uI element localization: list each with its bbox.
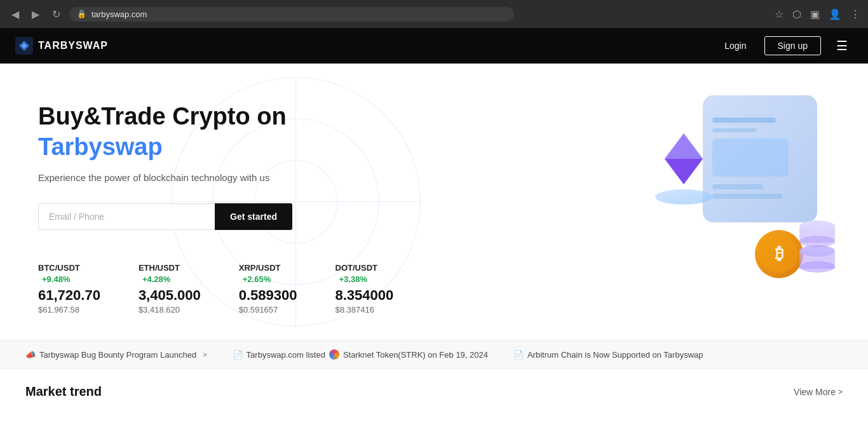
eth-usd: $3,418.620	[139, 305, 201, 314]
btc-price: 61,720.70	[38, 287, 100, 304]
browser-actions: ☆ ⬡ ▣ 👤 ⋮	[775, 8, 860, 20]
view-more-label: View More	[794, 387, 836, 397]
hero-form: Get started	[38, 203, 292, 230]
svg-point-24	[799, 220, 835, 232]
hero-section: Buy&Trade Crypto on Tarbyswap Experience…	[0, 64, 868, 340]
hero-title-accent: Tarbyswap	[38, 133, 163, 160]
svg-point-15	[655, 189, 712, 205]
svg-rect-10	[712, 184, 763, 189]
extensions-button[interactable]: ⬡	[792, 8, 801, 20]
news-item-2[interactable]: 📄 Tarbyswap.com listed Starknet Token(ST…	[233, 349, 488, 360]
site-header: TARBYSWAP Login Sign up ☰	[0, 28, 868, 64]
news-text-3: Arbitrum Chain is Now Supported on Tarby…	[527, 350, 703, 360]
get-started-button[interactable]: Get started	[215, 203, 292, 230]
xrp-usd: $0.591657	[239, 305, 297, 314]
back-button[interactable]: ◀	[8, 6, 23, 23]
reload-button[interactable]: ↻	[48, 6, 64, 23]
market-trend-title: Market trend	[25, 384, 102, 399]
eth-pair: ETH/USDT	[139, 263, 180, 273]
dot-pair: DOT/USDT	[336, 263, 377, 273]
hero-content: Buy&Trade Crypto on Tarbyswap Experience…	[38, 102, 381, 314]
header-right: Login Sign up ☰	[717, 36, 853, 55]
btc-pair: BTC/USDT	[38, 263, 80, 273]
address-bar[interactable]: 🔒 tarbyswap.com	[69, 7, 514, 22]
news-text-1: Tarbyswap Bug Bounty Program Launched	[39, 350, 196, 360]
news-item-1[interactable]: 📣 Tarbyswap Bug Bounty Program Launched …	[25, 350, 207, 360]
dot-usd: $8.387416	[336, 305, 394, 314]
eth-change: +4.28%	[142, 274, 170, 284]
logo-text: TARBYSWAP	[38, 40, 108, 51]
url-text: tarbyswap.com	[92, 10, 506, 19]
svg-text:₿: ₿	[775, 244, 783, 263]
dot-price: 8.354000	[336, 287, 394, 304]
view-more-button[interactable]: View More >	[794, 387, 843, 397]
btc-usd: $61,967.58	[38, 305, 100, 314]
bookmark-button[interactable]: ☆	[775, 8, 783, 20]
svg-rect-8	[712, 128, 757, 132]
forward-button[interactable]: ▶	[28, 6, 43, 23]
hero-title-part1: Buy&Trade Crypto on	[38, 103, 287, 130]
browser-menu-button[interactable]: ⋮	[850, 8, 860, 20]
hero-illustration: ₿	[601, 83, 843, 311]
split-view-button[interactable]: ▣	[810, 8, 820, 20]
lock-icon: 🔒	[77, 10, 86, 18]
xrp-pair: XRP/USDT	[239, 263, 281, 273]
news-arrow-1: >	[203, 351, 207, 358]
ticker-eth: ETH/USDT +4.28% 3,405.000 $3,418.620	[139, 262, 201, 314]
svg-marker-13	[665, 133, 703, 159]
news-item-3[interactable]: 📄 Arbitrum Chain is Now Supported on Tar…	[513, 350, 703, 360]
news-text-2: Tarbyswap.com listed	[247, 350, 325, 360]
document-icon-2: 📄	[513, 350, 524, 360]
ticker-xrp: XRP/USDT +2.65% 0.589300 $0.591657	[239, 262, 297, 314]
starknet-icon	[329, 349, 339, 360]
signup-button[interactable]: Sign up	[764, 36, 821, 55]
eth-price: 3,405.000	[139, 287, 201, 304]
svg-rect-7	[712, 118, 776, 123]
news-bar: 📣 Tarbyswap Bug Bounty Program Launched …	[0, 340, 868, 368]
svg-rect-11	[712, 194, 782, 199]
hamburger-menu-button[interactable]: ☰	[831, 37, 853, 55]
market-header: Market trend View More >	[25, 384, 843, 399]
btc-change: +9.48%	[42, 274, 70, 284]
hero-subtitle: Experience the power of blockchain techn…	[38, 172, 381, 183]
view-more-arrow-icon: >	[838, 388, 843, 396]
news-text-2b: Starknet Token(STRK) on Feb 19, 2024	[343, 350, 488, 360]
logo-icon	[15, 37, 33, 55]
dot-change: +3.38%	[339, 274, 367, 284]
hero-title: Buy&Trade Crypto on Tarbyswap	[38, 102, 381, 162]
svg-rect-9	[712, 138, 789, 177]
ticker-row: BTC/USDT +9.48% 61,720.70 $61,967.58 ETH…	[38, 262, 381, 314]
login-button[interactable]: Login	[717, 37, 754, 55]
logo-area[interactable]: TARBYSWAP	[15, 37, 108, 55]
xrp-price: 0.589300	[239, 287, 297, 304]
ticker-btc: BTC/USDT +9.48% 61,720.70 $61,967.58	[38, 262, 100, 314]
announcement-icon: 📣	[25, 350, 36, 360]
profile-button[interactable]: 👤	[829, 8, 841, 20]
ticker-dot: DOT/USDT +3.38% 8.354000 $8.387416	[336, 262, 394, 314]
svg-marker-14	[665, 159, 703, 184]
document-icon-1: 📄	[233, 350, 243, 360]
market-section: Market trend View More >	[0, 368, 868, 414]
xrp-change: +2.65%	[243, 274, 271, 284]
email-phone-input[interactable]	[38, 203, 215, 230]
browser-chrome: ◀ ▶ ↻ 🔒 tarbyswap.com ☆ ⬡ ▣ 👤 ⋮	[0, 0, 868, 28]
